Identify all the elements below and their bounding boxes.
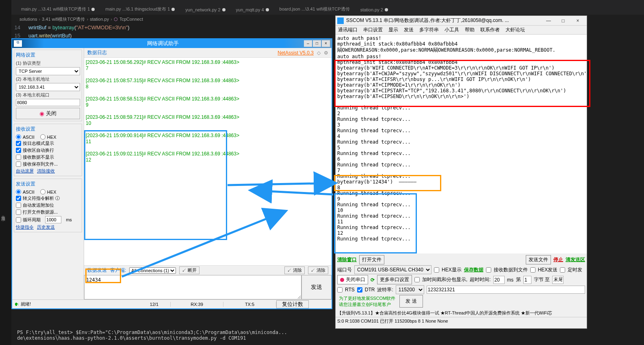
tab-label: board.json ...\3.41 wifi模块TCP透传	[280, 6, 350, 12]
port-input[interactable]	[16, 99, 80, 106]
log-area[interactable]: [2023-06-21 15:08:56.292]# RECV ASCII FR…	[84, 58, 332, 265]
recv-settings-group: 接收设置 ASCII HEX 按日志模式显示 接收区自动换行 接收数据不显示 接…	[14, 124, 82, 176]
diamond-icon[interactable]: ◇	[317, 50, 321, 56]
history-link[interactable]: 历史发送	[37, 225, 55, 229]
tx-count: TX:5	[223, 302, 276, 307]
tab-label: main.py ...\6.1 thingscloud发布 1	[105, 6, 170, 12]
port-label: 端口号	[337, 266, 352, 273]
record-dot-icon	[340, 278, 344, 282]
tab-label: station.py 2	[360, 7, 383, 12]
vscode-terminal[interactable]: PS F:\try\all_test> $Env:Path="C:\Progra…	[11, 329, 332, 345]
log-area[interactable]: auto auth pass! mpthread_init stack:0x80…	[336, 35, 587, 253]
menu-item[interactable]: 发送	[404, 26, 414, 33]
close-button[interactable]: ×	[570, 18, 585, 24]
minimize-button[interactable]: –	[304, 40, 312, 47]
tail-input[interactable]	[552, 276, 564, 284]
log-title: 数据日志	[87, 49, 107, 56]
timed-check[interactable]	[560, 267, 565, 273]
ascii-radio-send[interactable]: ASCII HEX	[16, 189, 80, 194]
menu-item[interactable]: 帮助	[465, 26, 475, 33]
port-label: (3) 本地主机端口	[16, 92, 80, 98]
maximize-button[interactable]: □	[556, 18, 570, 24]
dtr-check[interactable]	[357, 287, 362, 293]
baud-select[interactable]: 115200	[396, 285, 424, 294]
ascii-radio[interactable]: ASCII HEX	[16, 134, 80, 140]
clearrecv-link[interactable]: 清除接收	[37, 168, 55, 173]
editor-tabs: main.py ...\3.41 wifi模块TCP透传 1 main.py .…	[0, 0, 644, 15]
port-select[interactable]: COM191 USB-SERIAL CH340	[354, 265, 432, 274]
menu-item[interactable]: 多字符串	[419, 26, 439, 33]
clear-button-r[interactable]: ↙ 清除	[308, 266, 328, 274]
brand-link[interactable]: NetAssist V5.0.3	[278, 50, 314, 56]
banner: 【升级到V5.13.1】★合宙高性价比4G模块值得一试 ★RT-Thread中国…	[336, 309, 587, 317]
rts-check[interactable]	[337, 287, 343, 293]
closeport-button[interactable]: 关闭串口	[337, 275, 368, 284]
savetofile-check[interactable]: 接收保存到文件...	[16, 161, 80, 167]
close-connection-button[interactable]: ◉关闭	[16, 108, 80, 119]
client-select[interactable]: All Connections (1)	[129, 267, 176, 274]
tab-main2[interactable]: main.py ...\6.1 thingscloud发布 1	[100, 4, 180, 15]
menu-item[interactable]: 大虾论坛	[505, 26, 525, 33]
logmode-check[interactable]: 按日志模式显示	[16, 140, 80, 146]
reset-count-button[interactable]: 复位计数	[276, 300, 309, 308]
cycle-check[interactable]: 循环周期 ms	[16, 216, 80, 223]
bytenum-input[interactable]	[523, 276, 531, 284]
restore-button[interactable]: □	[313, 40, 321, 47]
send-input[interactable]	[84, 275, 301, 299]
recvtofile-check[interactable]	[486, 267, 491, 273]
host-label: (2) 本地主机地址	[16, 76, 80, 82]
send-settings-group: 发送设置 ASCII HEX 转义符指令解析 ⓘ 自动发送附加位 打开文件数据源…	[14, 179, 82, 232]
quickcmd-link[interactable]: 快捷指令	[16, 225, 34, 229]
openfile-button[interactable]: 打开文件	[359, 255, 384, 264]
group-title: 网络设置	[16, 52, 80, 59]
titlebar[interactable]: SSCOM V5.13.1 串口/网络数据调试器,作者:大虾丁丁,2618058…	[336, 16, 587, 26]
timeout-input[interactable]	[493, 276, 505, 284]
addtime-check[interactable]	[414, 277, 420, 282]
send-input[interactable]	[427, 286, 585, 294]
tab-board-json[interactable]: board.json ...\3.41 wifi模块TCP透传	[275, 4, 355, 15]
sendfile-button[interactable]: 发送文件	[526, 255, 551, 264]
tab-station[interactable]: station.py 2	[356, 5, 393, 15]
menu-item[interactable]: 显示	[388, 26, 398, 33]
tab-yun-network[interactable]: yun_network.py 2	[180, 5, 230, 15]
menu-item[interactable]: 联系作者	[480, 26, 500, 33]
host-select[interactable]: 192.168.3.41	[16, 83, 80, 91]
hint-text: 为了更好地发展SSCOM软件	[337, 295, 397, 301]
autoscroll-link[interactable]: 自动滚屏	[16, 168, 34, 173]
titlebar[interactable]: ⧉ 网络调试助手 – □ ×	[12, 39, 332, 48]
send-button[interactable]: 发送	[301, 275, 332, 299]
modified-dot-icon	[385, 8, 388, 11]
gear-icon[interactable]: ⚙	[324, 50, 328, 56]
clearwin-link[interactable]: 清除窗口	[337, 256, 357, 263]
close-button[interactable]: ×	[322, 40, 330, 47]
control-panel: 清除窗口 打开文件 发送文件 停止 清发送区 端口号 COM191 USB-SE…	[336, 253, 587, 309]
moreport-button[interactable]: 更多串口设置	[377, 275, 412, 284]
send-button[interactable]: 发 送	[399, 295, 423, 308]
tab-main1[interactable]: main.py ...\3.41 wifi模块TCP透传 1	[16, 4, 100, 15]
clear-button-l[interactable]: ↙ 清除	[284, 266, 305, 274]
stop-link[interactable]: 停止	[553, 256, 563, 263]
openfile-check[interactable]: 打开文件数据源...	[16, 209, 80, 215]
menu-item[interactable]: 小工具	[445, 26, 459, 33]
clearsend-link[interactable]: 清发送区	[566, 256, 585, 263]
protocol-select[interactable]: TCP Server	[16, 67, 80, 75]
hidedata-check[interactable]: 接收数据不显示	[16, 154, 80, 160]
menu-item[interactable]: 串口设置	[363, 26, 383, 33]
hexshow-check[interactable]	[434, 267, 439, 273]
autoappend-check[interactable]: 自动发送附加位	[16, 202, 80, 208]
modified-dot-icon	[222, 8, 226, 11]
hexsend-check[interactable]	[530, 267, 536, 273]
tab-label: yun_network.py 2	[185, 7, 220, 12]
counts: 12/1	[138, 302, 171, 307]
cycle-input[interactable]	[45, 216, 61, 223]
autowrap-check[interactable]: 接收区自动换行	[16, 147, 80, 153]
refresh-icon[interactable]: ⟳	[371, 277, 375, 283]
menu-item[interactable]: 通讯端口	[338, 26, 358, 33]
escape-check[interactable]: 转义符指令解析 ⓘ	[16, 195, 80, 201]
crumb: TcpConnect	[119, 17, 143, 22]
minimize-button[interactable]: —	[541, 18, 556, 24]
savedata-link[interactable]: 保存数据	[464, 266, 484, 273]
crumb: solutions	[20, 17, 37, 22]
disconnect-button[interactable]: ↙ 断开	[179, 266, 199, 274]
tab-yun-mqtt[interactable]: yun_mqtt.py 4	[231, 5, 274, 15]
